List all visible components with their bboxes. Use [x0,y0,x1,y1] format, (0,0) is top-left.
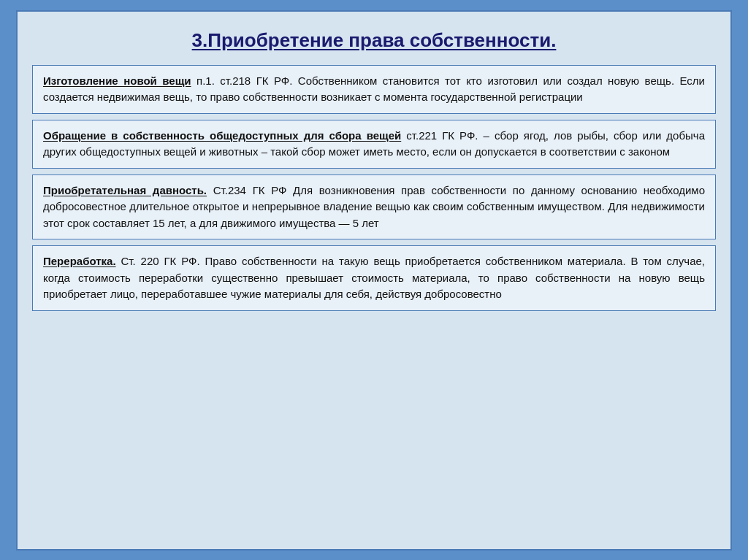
card-4-title: Переработка. [43,255,116,267]
card-4: Переработка. Ст. 220 ГК РФ. Право собств… [32,245,716,311]
slide-container: 3.Приобретение права собственности. Изго… [16,10,732,551]
card-2-title: Обращение в собственность общедоступных … [43,129,401,142]
card-2: Обращение в собственность общедоступных … [32,120,716,169]
card-4-body: Ст. 220 ГК РФ. Право собственности на та… [43,255,705,300]
card-1: Изготовление новой вещи п.1. ст.218 ГК Р… [32,65,716,114]
slide-title: 3.Приобретение права собственности. [32,23,716,58]
card-1-title: Изготовление новой вещи [43,74,191,87]
content-area: Изготовление новой вещи п.1. ст.218 ГК Р… [32,65,716,537]
card-3: Приобретательная давность. Ст.234 ГК РФ … [32,174,716,240]
card-3-title: Приобретательная давность. [43,184,207,196]
